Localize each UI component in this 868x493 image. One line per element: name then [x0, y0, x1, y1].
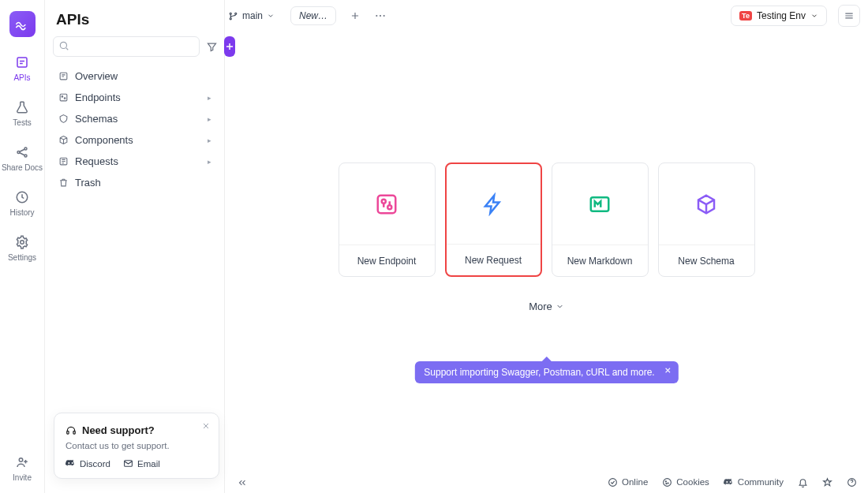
status-community[interactable]: Community — [724, 477, 784, 487]
card-new-endpoint[interactable]: New Endpoint — [339, 162, 436, 277]
rail-tests[interactable]: Tests — [0, 99, 44, 127]
card-label: New Request — [447, 244, 541, 275]
search-input[interactable] — [53, 36, 200, 57]
support-email-link[interactable]: Email — [123, 458, 160, 469]
new-tab-button[interactable] — [346, 6, 365, 25]
svg-rect-0 — [17, 58, 27, 67]
branch-icon — [228, 11, 238, 21]
main-area: main New… Te Testing Env New E — [225, 0, 868, 493]
status-help[interactable] — [847, 477, 857, 487]
svg-point-6 — [19, 458, 23, 462]
rail-invite[interactable]: Invite — [0, 454, 44, 482]
tree: Overview Endpoints ▸ Schemas ▸ Component… — [53, 66, 216, 192]
request-icon — [481, 192, 505, 216]
tab-more-button[interactable] — [371, 6, 390, 25]
tree-components[interactable]: Components ▸ — [53, 130, 216, 150]
status-online[interactable]: Online — [608, 477, 648, 487]
schema-icon — [694, 192, 718, 216]
svg-point-14 — [230, 17, 231, 19]
svg-point-21 — [387, 205, 391, 209]
branch-label: main — [242, 10, 263, 21]
filter-button[interactable] — [206, 36, 218, 57]
card-new-markdown[interactable]: New Markdown — [552, 162, 649, 277]
support-close-button[interactable] — [201, 421, 211, 431]
status-notifications[interactable] — [798, 477, 808, 487]
support-title: Need support? — [82, 424, 155, 436]
content: New Endpoint New Request New Markdown Ne… — [225, 28, 868, 493]
chevron-right-icon: ▸ — [208, 158, 211, 166]
card-new-schema[interactable]: New Schema — [658, 162, 755, 277]
chevron-down-icon — [556, 302, 564, 311]
endpoints-icon — [58, 92, 69, 103]
schemas-icon — [58, 114, 69, 125]
support-discord-link[interactable]: Discord — [65, 458, 110, 469]
endpoint-icon — [375, 192, 398, 216]
tree-label: Trash — [75, 177, 101, 189]
branch-button[interactable]: main — [222, 7, 281, 24]
logo-icon — [14, 17, 30, 32]
cookies-label: Cookies — [676, 477, 709, 487]
rail-label: APIs — [13, 73, 30, 82]
requests-icon — [58, 156, 69, 167]
topbar: main New… Te Testing Env — [225, 0, 868, 28]
status-cookies[interactable]: Cookies — [662, 477, 709, 487]
rail-settings[interactable]: Settings — [0, 234, 44, 262]
cards-row: New Endpoint New Request New Markdown Ne… — [339, 162, 755, 277]
svg-rect-19 — [378, 195, 396, 213]
svg-rect-23 — [67, 431, 69, 434]
svg-point-2 — [24, 148, 27, 150]
tests-icon — [14, 99, 30, 115]
tree-label: Overview — [75, 70, 118, 82]
rail-share-docs[interactable]: Share Docs — [0, 144, 44, 172]
markdown-icon — [588, 192, 612, 216]
support-popup: Need support? Contact us to get support.… — [54, 413, 219, 479]
tree-overview[interactable]: Overview — [53, 66, 216, 86]
settings-icon — [14, 234, 30, 250]
statusbar: Online Cookies Community — [225, 471, 868, 493]
svg-point-3 — [24, 155, 27, 157]
svg-point-28 — [666, 480, 667, 481]
status-feedback[interactable] — [822, 477, 832, 487]
more-label: More — [529, 301, 552, 312]
more-horizontal-icon — [374, 9, 387, 22]
tree-trash[interactable]: Trash — [53, 173, 216, 192]
chevron-right-icon: ▸ — [208, 136, 211, 144]
chevron-right-icon: ▸ — [208, 115, 211, 123]
discord-icon — [724, 477, 734, 487]
more-button[interactable]: More — [529, 301, 564, 312]
apis-icon — [14, 54, 30, 70]
environment-selector[interactable]: Te Testing Env — [731, 6, 827, 26]
card-label: New Schema — [659, 245, 754, 276]
support-subtitle: Contact us to get support. — [65, 441, 208, 450]
card-label: New Markdown — [552, 245, 648, 276]
svg-point-13 — [230, 13, 231, 14]
plus-icon — [350, 10, 361, 21]
rail-history[interactable]: History — [0, 189, 44, 217]
topbar-menu-button[interactable] — [838, 5, 860, 27]
svg-point-26 — [609, 478, 617, 486]
discord-icon — [65, 458, 76, 469]
card-new-request[interactable]: New Request — [445, 162, 542, 277]
rail-apis[interactable]: APIs — [0, 54, 44, 82]
app-logo — [9, 11, 36, 37]
tree-endpoints[interactable]: Endpoints ▸ — [53, 88, 216, 107]
trash-icon — [58, 177, 69, 189]
tree-schemas[interactable]: Schemas ▸ — [53, 109, 216, 129]
tree-label: Endpoints — [75, 92, 121, 103]
tab-new[interactable]: New… — [290, 6, 336, 25]
tooltip-close-button[interactable] — [664, 366, 672, 375]
svg-point-20 — [382, 199, 386, 203]
panel-title: APIs — [53, 9, 216, 36]
close-icon — [664, 366, 672, 375]
svg-point-29 — [668, 483, 668, 484]
help-icon — [847, 477, 857, 487]
chevron-down-icon — [810, 12, 818, 20]
svg-point-7 — [60, 42, 66, 48]
chevron-right-icon: ▸ — [208, 94, 211, 102]
tooltip-text: Support importing Swagger, Postman, cURL… — [424, 367, 654, 378]
svg-rect-24 — [73, 431, 75, 434]
tree-requests[interactable]: Requests ▸ — [53, 151, 216, 171]
rail-label: History — [9, 208, 34, 217]
online-label: Online — [622, 477, 648, 487]
svg-point-17 — [380, 15, 381, 17]
